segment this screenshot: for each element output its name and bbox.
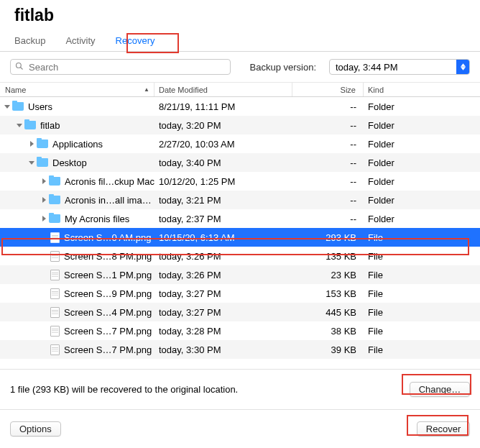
row-name: Screen S…4 PM.png bbox=[64, 307, 152, 318]
disclosure-triangle-icon[interactable] bbox=[17, 124, 22, 127]
row-date: today, 3:26 PM bbox=[154, 251, 292, 262]
file-row[interactable]: Screen S…4 PM.pngtoday, 3:27 PM445 KBFil… bbox=[0, 303, 480, 321]
recover-button[interactable]: Recover bbox=[417, 421, 470, 436]
disclosure-triangle-icon[interactable] bbox=[42, 178, 46, 184]
folder-row[interactable]: Acronis fil…ckup Mac10/12/20, 1:25 PM--F… bbox=[0, 172, 480, 191]
file-row[interactable]: Screen S…1 PM.pngtoday, 3:26 PM23 KBFile bbox=[0, 265, 480, 284]
file-icon bbox=[50, 288, 60, 299]
stepper-icon bbox=[456, 60, 469, 74]
folder-row[interactable]: Applications2/27/20, 10:03 AM--Folder bbox=[0, 134, 480, 153]
folder-icon bbox=[49, 214, 60, 223]
search-input[interactable] bbox=[27, 60, 226, 74]
disclosure-triangle-icon[interactable] bbox=[30, 141, 34, 147]
options-button[interactable]: Options bbox=[10, 421, 61, 436]
disclosure-triangle-icon[interactable] bbox=[29, 161, 34, 165]
file-icon bbox=[50, 326, 60, 337]
column-header-kind[interactable]: Kind bbox=[364, 83, 480, 96]
column-header-size[interactable]: Size bbox=[292, 83, 364, 96]
row-name: Applications bbox=[52, 139, 103, 150]
row-date: 10/15/20, 6:13 AM bbox=[154, 232, 292, 243]
sort-asc-icon: ▲ bbox=[144, 86, 149, 93]
row-date: today, 3:20 PM bbox=[154, 120, 292, 131]
row-size: -- bbox=[292, 139, 364, 150]
row-date: 10/12/20, 1:25 PM bbox=[154, 176, 292, 187]
row-name: Screen S…9 PM.png bbox=[64, 288, 152, 299]
column-headers: Name ▲ Date Modified Size Kind bbox=[0, 83, 480, 97]
row-kind: Folder bbox=[364, 157, 480, 168]
window-title: fitlab bbox=[0, 0, 480, 31]
row-date: today, 3:21 PM bbox=[154, 195, 292, 206]
tab-backup[interactable]: Backup bbox=[14, 31, 45, 51]
row-size: 135 KB bbox=[292, 251, 364, 262]
file-icon bbox=[50, 307, 60, 318]
row-kind: File bbox=[364, 326, 480, 337]
row-name: Screen S…1 PM.png bbox=[64, 270, 152, 280]
backup-version-select[interactable]: today, 3:44 PM bbox=[329, 59, 470, 75]
row-date: today, 2:37 PM bbox=[154, 214, 292, 224]
row-size: -- bbox=[292, 176, 364, 187]
file-row[interactable]: Screen S…8 PM.pngtoday, 3:26 PM135 KBFil… bbox=[0, 247, 480, 265]
backup-version-value: today, 3:44 PM bbox=[336, 62, 397, 73]
file-row[interactable]: Screen S…7 PM.pngtoday, 3:28 PM38 KBFile bbox=[0, 321, 480, 340]
row-kind: File bbox=[364, 251, 480, 262]
tab-recovery[interactable]: Recovery bbox=[116, 31, 155, 51]
status-text: 1 file (293 KB) will be recovered to the… bbox=[10, 384, 238, 395]
row-size: -- bbox=[292, 214, 364, 224]
row-name: Users bbox=[28, 101, 52, 112]
disclosure-triangle-icon[interactable] bbox=[42, 197, 46, 203]
row-name: Desktop bbox=[52, 157, 87, 168]
folder-icon bbox=[24, 121, 36, 129]
file-row[interactable]: Screen S…7 PM.pngtoday, 3:30 PM39 KBFile bbox=[0, 340, 480, 359]
change-button[interactable]: Change… bbox=[410, 382, 470, 397]
column-header-date[interactable]: Date Modified bbox=[154, 83, 292, 96]
row-size: 445 KB bbox=[292, 307, 364, 318]
tab-activity[interactable]: Activity bbox=[65, 31, 95, 51]
row-kind: Folder bbox=[364, 176, 480, 187]
row-size: 153 KB bbox=[292, 288, 364, 299]
folder-row[interactable]: My Acronis filestoday, 2:37 PM--Folder bbox=[0, 209, 480, 228]
toolbar: Backup version: today, 3:44 PM bbox=[0, 52, 480, 83]
row-date: today, 3:27 PM bbox=[154, 307, 292, 318]
folder-row[interactable]: Users8/21/19, 11:11 PM--Folder bbox=[0, 97, 480, 116]
disclosure-triangle-icon[interactable] bbox=[42, 216, 46, 221]
row-name: Acronis in…all images bbox=[65, 195, 154, 206]
row-kind: File bbox=[364, 232, 480, 243]
folder-row[interactable]: Desktoptoday, 3:40 PM--Folder bbox=[0, 153, 480, 172]
row-size: 23 KB bbox=[292, 270, 364, 280]
row-kind: File bbox=[364, 270, 480, 280]
column-header-name[interactable]: Name ▲ bbox=[0, 83, 154, 96]
row-size: -- bbox=[292, 120, 364, 131]
search-field[interactable] bbox=[10, 59, 231, 75]
folder-icon bbox=[37, 140, 48, 148]
row-date: 8/21/19, 11:11 PM bbox=[154, 101, 292, 112]
row-date: today, 3:27 PM bbox=[154, 288, 292, 299]
file-row[interactable]: Screen S…0 AM.png10/15/20, 6:13 AM293 KB… bbox=[0, 228, 480, 247]
row-kind: Folder bbox=[364, 214, 480, 224]
folder-row[interactable]: fitlabtoday, 3:20 PM--Folder bbox=[0, 116, 480, 134]
row-date: today, 3:26 PM bbox=[154, 270, 292, 280]
svg-point-0 bbox=[17, 63, 22, 68]
file-icon bbox=[50, 270, 60, 280]
row-size: 39 KB bbox=[292, 344, 364, 355]
row-date: today, 3:28 PM bbox=[154, 326, 292, 337]
file-icon bbox=[50, 232, 60, 243]
file-tree: Users8/21/19, 11:11 PM--Folderfitlabtoda… bbox=[0, 97, 480, 369]
row-size: -- bbox=[292, 101, 364, 112]
row-date: today, 3:40 PM bbox=[154, 157, 292, 168]
svg-line-1 bbox=[21, 67, 23, 69]
row-name: Screen S…7 PM.png bbox=[64, 326, 152, 337]
row-size: 38 KB bbox=[292, 326, 364, 337]
file-icon bbox=[50, 251, 60, 262]
row-date: 2/27/20, 10:03 AM bbox=[154, 139, 292, 150]
row-kind: File bbox=[364, 307, 480, 318]
status-bar: 1 file (293 KB) will be recovered to the… bbox=[0, 369, 480, 409]
row-name: Screen S…0 AM.png bbox=[64, 232, 151, 243]
folder-row[interactable]: Acronis in…all imagestoday, 3:21 PM--Fol… bbox=[0, 191, 480, 209]
file-row[interactable]: Screen S…9 PM.pngtoday, 3:27 PM153 KBFil… bbox=[0, 284, 480, 303]
row-name: fitlab bbox=[40, 120, 60, 131]
row-kind: File bbox=[364, 288, 480, 299]
file-icon bbox=[50, 344, 60, 355]
disclosure-triangle-icon[interactable] bbox=[4, 105, 10, 109]
row-name: My Acronis files bbox=[65, 214, 129, 224]
row-kind: Folder bbox=[364, 120, 480, 131]
